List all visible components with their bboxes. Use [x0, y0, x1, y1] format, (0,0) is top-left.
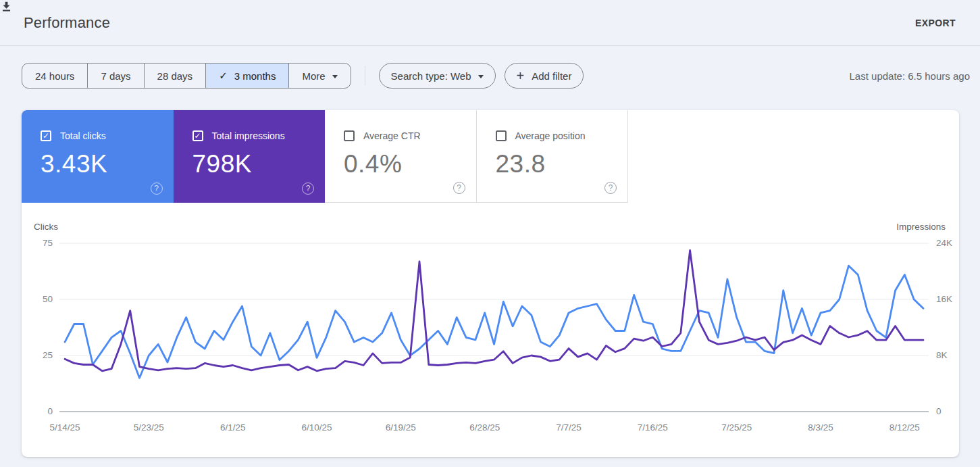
right-axis-tick: 24K: [936, 239, 952, 248]
add-filter-button[interactable]: + Add filter: [505, 63, 584, 89]
help-icon[interactable]: ?: [453, 182, 465, 194]
right-axis-tick: 16K: [936, 295, 952, 304]
search-type-label: Search type: Web: [391, 70, 471, 82]
chart-canvas: [22, 203, 959, 457]
x-axis-tick: 5/14/25: [34, 422, 95, 433]
add-filter-label: Add filter: [532, 70, 571, 82]
metric-tiles: ✓ Total clicks 3.43K ? ✓ Total impressio…: [22, 110, 959, 203]
left-axis-tick: 75: [22, 239, 53, 248]
performance-chart[interactable]: Clicks Impressions 025507508K16K24K5/14/…: [22, 203, 959, 457]
x-axis-tick: 6/10/25: [286, 422, 347, 433]
top-bar: Performance EXPORT: [0, 0, 980, 46]
left-axis-tick: 25: [22, 351, 53, 360]
tile-total-clicks[interactable]: ✓ Total clicks 3.43K ?: [22, 110, 174, 203]
x-axis-tick: 7/25/25: [706, 422, 767, 433]
date-range-segmented-control: 24 hours 7 days 28 days ✓ 3 months More: [22, 63, 351, 89]
average-ctr-checkbox[interactable]: [344, 130, 355, 141]
x-axis-tick: 6/28/25: [455, 422, 515, 433]
chevron-down-icon: [478, 75, 484, 78]
total-impressions-label: Total impressions: [212, 130, 285, 141]
range-24-hours[interactable]: 24 hours: [22, 64, 87, 88]
last-update-text: Last update: 6.5 hours ago: [850, 70, 970, 82]
filter-divider: [365, 66, 365, 86]
clicks-line: [65, 266, 923, 378]
download-icon: [0, 0, 13, 13]
total-clicks-value: 3.43K: [41, 150, 174, 178]
more-label: More: [302, 70, 325, 82]
right-axis-tick: 0: [936, 407, 942, 416]
average-position-value: 23.8: [496, 150, 628, 178]
total-clicks-label: Total clicks: [60, 130, 106, 141]
average-position-checkbox[interactable]: [496, 130, 507, 141]
page-title: Performance: [24, 14, 110, 32]
range-more-dropdown[interactable]: More: [288, 64, 350, 88]
impressions-line: [65, 250, 923, 370]
range-7-days-label: 7 days: [101, 70, 130, 82]
x-axis-tick: 5/23/25: [118, 422, 179, 433]
range-24-hours-label: 24 hours: [35, 70, 74, 82]
help-icon[interactable]: ?: [302, 182, 314, 195]
range-7-days[interactable]: 7 days: [87, 64, 143, 88]
left-axis-tick: 0: [22, 407, 53, 416]
right-axis-tick: 8K: [936, 351, 948, 360]
total-clicks-checkbox[interactable]: ✓: [41, 130, 51, 141]
range-28-days-label: 28 days: [157, 70, 193, 82]
x-axis-tick: 6/19/25: [370, 422, 431, 433]
export-button[interactable]: EXPORT: [915, 18, 956, 28]
range-3-months-label: 3 months: [234, 70, 276, 82]
x-axis-tick: 7/7/25: [538, 422, 599, 433]
chevron-down-icon: [332, 75, 338, 78]
filter-bar: 24 hours 7 days 28 days ✓ 3 months More …: [22, 63, 970, 89]
tile-total-impressions[interactable]: ✓ Total impressions 798K ?: [174, 110, 326, 203]
performance-card: ✓ Total clicks 3.43K ? ✓ Total impressio…: [22, 110, 959, 457]
total-impressions-checkbox[interactable]: ✓: [192, 130, 203, 141]
left-axis-title: Clicks: [34, 222, 58, 232]
left-axis-tick: 50: [22, 295, 53, 304]
average-ctr-label: Average CTR: [363, 130, 421, 141]
tile-average-position[interactable]: Average position 23.8 ?: [477, 110, 629, 203]
x-axis-tick: 6/1/25: [203, 422, 263, 433]
search-type-dropdown[interactable]: Search type: Web: [379, 63, 496, 89]
range-28-days[interactable]: 28 days: [144, 64, 206, 88]
x-axis-tick: 7/16/25: [622, 422, 683, 433]
average-position-label: Average position: [515, 130, 586, 141]
average-ctr-value: 0.4%: [344, 150, 476, 178]
checkmark-icon: ✓: [219, 70, 228, 82]
tile-average-ctr[interactable]: Average CTR 0.4% ?: [325, 110, 477, 203]
export-label: EXPORT: [915, 18, 956, 28]
x-axis-tick: 8/12/25: [874, 422, 935, 433]
x-axis-tick: 8/3/25: [790, 422, 851, 433]
range-3-months[interactable]: ✓ 3 months: [205, 64, 288, 88]
help-icon[interactable]: ?: [604, 182, 617, 194]
total-impressions-value: 798K: [192, 150, 326, 178]
help-icon[interactable]: ?: [151, 182, 163, 195]
plus-icon: +: [517, 68, 525, 84]
right-axis-title: Impressions: [896, 222, 946, 232]
